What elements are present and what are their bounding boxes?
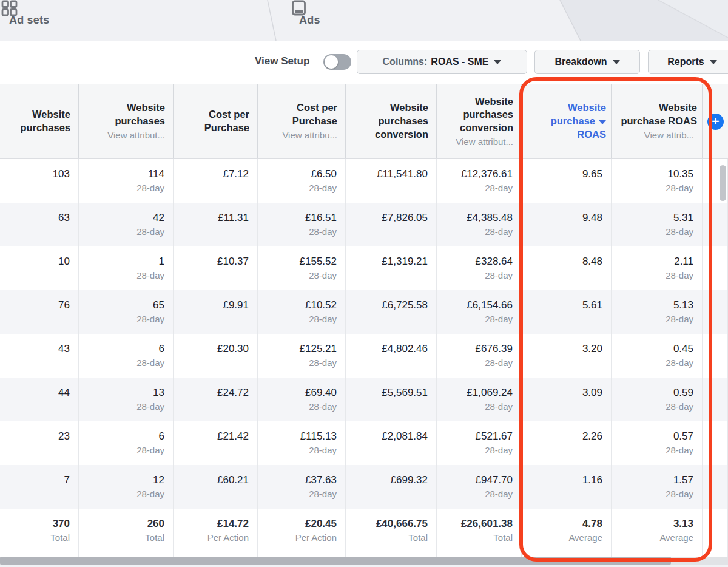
table-cell-spacer bbox=[703, 465, 728, 509]
totals-cell: £20.45Per Action bbox=[258, 509, 346, 557]
chevron-down-icon bbox=[710, 60, 717, 64]
columns-prefix-label: Columns: bbox=[383, 56, 428, 67]
cell-value: 76 bbox=[58, 299, 70, 311]
column-attribution-label: View attribut... bbox=[456, 136, 513, 148]
cell-value: 12 bbox=[153, 474, 164, 486]
table-cell: 2.26 bbox=[522, 421, 612, 465]
columns-dropdown-button[interactable]: Columns: ROAS - SME bbox=[357, 50, 527, 74]
horizontal-scrollbar-thumb[interactable] bbox=[0, 557, 671, 565]
cell-attribution-window-label: 28-day bbox=[666, 182, 693, 194]
totals-cell: £14.72Per Action bbox=[174, 509, 258, 557]
totals-label: Total bbox=[50, 532, 70, 544]
cell-value: £5,569.51 bbox=[382, 386, 428, 399]
cell-value: £69.40 bbox=[305, 386, 337, 399]
table-cell: £5,569.51 bbox=[346, 378, 437, 421]
table-cell: 23 bbox=[0, 421, 79, 465]
totals-label: Total bbox=[145, 532, 164, 544]
cell-value: 3.20 bbox=[582, 342, 602, 355]
cell-value: 44 bbox=[58, 386, 70, 399]
totals-label: Per Action bbox=[207, 532, 249, 544]
cell-value: £10.37 bbox=[217, 255, 249, 268]
column-header-2[interactable]: Website purchasesView attribut... bbox=[79, 84, 174, 158]
table-cell: £699.32 bbox=[346, 465, 437, 509]
cell-attribution-window-label: 28-day bbox=[485, 182, 513, 194]
table-totals-row: 370Total260Total£14.72Per Action£20.45Pe… bbox=[0, 509, 728, 557]
table-row: 43628-day£20.30£125.2128-day£4,802.46£67… bbox=[0, 334, 728, 378]
cell-value: £4,802.46 bbox=[382, 342, 428, 355]
column-title: Cost per Purchase bbox=[177, 108, 249, 135]
totals-label: Average bbox=[568, 532, 602, 544]
table-cell: 4228-day bbox=[79, 203, 174, 246]
vertical-scrollbar-thumb[interactable] bbox=[720, 165, 726, 201]
table-cell: £10.37 bbox=[174, 246, 258, 290]
cell-attribution-window-label: 28-day bbox=[136, 401, 164, 413]
cell-attribution-window-label: 28-day bbox=[485, 488, 513, 500]
cell-attribution-window-label: 28-day bbox=[136, 182, 164, 194]
cell-value: £2,081.84 bbox=[382, 430, 428, 443]
column-header-7[interactable]: WebsitepurchaseROAS bbox=[522, 84, 612, 158]
cell-value: 8.48 bbox=[582, 255, 602, 268]
cell-value: 114 bbox=[148, 168, 164, 180]
cell-attribution-window-label: 28-day bbox=[309, 313, 337, 325]
table-cell-spacer bbox=[703, 246, 728, 290]
cell-value: £6,725.58 bbox=[382, 299, 428, 311]
cell-value: £676.39 bbox=[476, 342, 513, 355]
table-cell-spacer bbox=[703, 203, 728, 246]
cell-attribution-window-label: 28-day bbox=[309, 488, 337, 500]
table-cell: £60.21 bbox=[174, 465, 258, 509]
tab-bar-background bbox=[0, 0, 728, 41]
table-cell: £6,725.58 bbox=[346, 290, 437, 334]
column-title: Website purchases conversion bbox=[349, 101, 428, 141]
breakdown-dropdown-button[interactable]: Breakdown bbox=[534, 50, 640, 74]
view-setup-toggle[interactable] bbox=[323, 54, 351, 70]
column-header-6[interactable]: Website purchases conversionView attribu… bbox=[437, 84, 522, 158]
cell-attribution-window-label: 28-day bbox=[309, 270, 337, 282]
cell-attribution-window-label: 28-day bbox=[666, 401, 693, 413]
column-header-8[interactable]: Website purchase ROASView attrib... bbox=[612, 84, 703, 158]
cell-value: £21.42 bbox=[217, 430, 249, 443]
cell-value: 10 bbox=[58, 255, 70, 268]
horizontal-scrollbar[interactable] bbox=[0, 557, 728, 565]
table-cell: 0.4528-day bbox=[612, 334, 703, 378]
table-cell: 5.61 bbox=[522, 290, 612, 334]
cell-attribution-window-label: 28-day bbox=[136, 270, 164, 282]
totals-value: 260 bbox=[147, 517, 164, 530]
table-cell: 9.65 bbox=[522, 159, 612, 203]
add-column-button[interactable]: + bbox=[707, 114, 724, 130]
cell-value: £328.64 bbox=[476, 255, 513, 268]
cell-value: 10.35 bbox=[667, 168, 693, 180]
table-cell: £4,802.46 bbox=[346, 334, 437, 378]
cell-value: 2.26 bbox=[582, 430, 602, 443]
column-title: Website purchases bbox=[3, 108, 70, 135]
cell-attribution-window-label: 28-day bbox=[666, 226, 693, 238]
cell-value: 7 bbox=[64, 474, 70, 486]
tab-ad-sets[interactable]: Ad sets bbox=[1, 0, 49, 41]
table-row: 766528-day£9.91£10.5228-day£6,725.58£6,1… bbox=[0, 290, 728, 334]
table-cell: £7.12 bbox=[174, 159, 258, 203]
table-cell: £947.7028-day bbox=[437, 465, 522, 509]
cell-value: £37.63 bbox=[305, 474, 337, 486]
table-cell: 103 bbox=[0, 159, 79, 203]
cell-value: £24.72 bbox=[217, 386, 249, 399]
column-header-3[interactable]: Cost per Purchase bbox=[174, 84, 258, 158]
table-cell: 2.1128-day bbox=[612, 246, 703, 290]
cell-value: £155.52 bbox=[300, 255, 337, 268]
column-header-1[interactable]: Website purchases bbox=[0, 84, 79, 158]
table-row: 10128-day£10.37£155.5228-day£1,319.21£32… bbox=[0, 246, 728, 290]
table-cell: 1328-day bbox=[79, 378, 174, 421]
cell-value: £1,319.21 bbox=[382, 255, 428, 268]
table-cell: 0.5928-day bbox=[612, 378, 703, 421]
cell-attribution-window-label: 28-day bbox=[666, 270, 693, 282]
cell-attribution-window-label: 28-day bbox=[485, 401, 513, 413]
column-header-5[interactable]: Website purchases conversion bbox=[346, 84, 437, 158]
tab-ads[interactable]: Ads bbox=[291, 0, 320, 41]
table-cell: £6.5028-day bbox=[258, 159, 346, 203]
totals-cell: £26,601.38Total bbox=[437, 509, 522, 557]
column-header-4[interactable]: Cost per PurchaseView attribu... bbox=[258, 84, 346, 158]
cell-value: £6,154.66 bbox=[467, 299, 513, 311]
column-title: Website purchases conversion bbox=[440, 95, 513, 135]
reports-dropdown-button[interactable]: Reports bbox=[648, 50, 728, 74]
table-row: 634228-day£11.31£16.5128-day£7,826.05£4,… bbox=[0, 203, 728, 246]
table-cell: £676.3928-day bbox=[437, 334, 522, 378]
totals-cell: 3.13Average bbox=[612, 509, 703, 557]
